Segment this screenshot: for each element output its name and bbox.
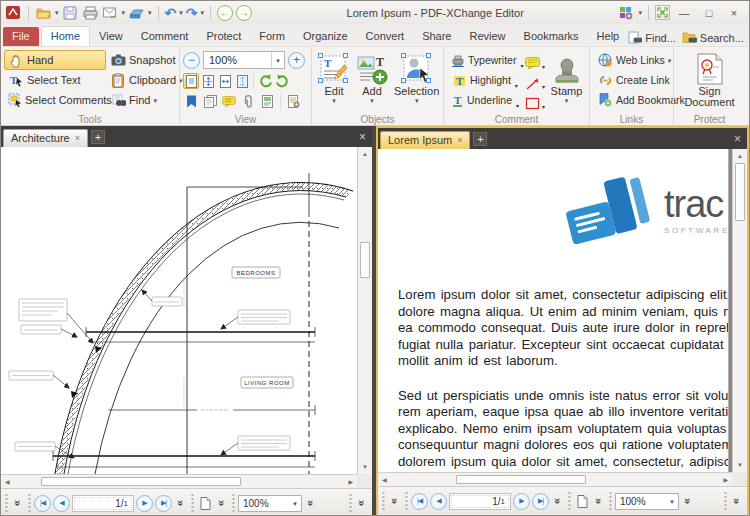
right-horizontal-scrollbar[interactable]: ◀ ▶ <box>378 472 732 486</box>
forward-button[interactable]: → <box>236 5 252 21</box>
stamp-button[interactable]: Stamp ▾ <box>547 50 586 112</box>
tab-file[interactable]: File <box>3 27 39 46</box>
redo-dropdown-icon[interactable]: ▾ <box>201 9 205 16</box>
tab-home[interactable]: Home <box>41 26 90 46</box>
toolbar-grip[interactable] <box>404 492 409 510</box>
toolbar-grip[interactable] <box>567 492 572 510</box>
clipboard-button[interactable]: Clipboard ▾ <box>106 70 187 90</box>
scroll-left-icon[interactable]: ◀ <box>5 479 10 485</box>
next-page-button[interactable]: ▶ <box>136 495 153 512</box>
toolbar-grip[interactable] <box>381 492 386 510</box>
toolbar-grip[interactable] <box>27 494 32 512</box>
select-text-button[interactable]: T Select Text <box>4 70 106 90</box>
toolbar-grip[interactable] <box>231 494 236 512</box>
page-layout-button[interactable] <box>197 495 213 511</box>
fit-page-button[interactable] <box>183 73 199 89</box>
snapshot-button[interactable]: Snapshot <box>106 50 187 70</box>
expand-toolbar-icon[interactable]: » <box>682 494 694 508</box>
tab-review[interactable]: Review <box>460 27 514 46</box>
page-layout-button[interactable] <box>574 493 590 509</box>
content-panel-icon[interactable] <box>259 94 275 110</box>
fullscreen-button[interactable] <box>655 5 670 20</box>
previous-page-button[interactable]: ◀ <box>430 493 447 510</box>
scroll-up-icon[interactable]: ▲ <box>362 151 368 157</box>
document-tab-lorem-ipsum[interactable]: Lorem Ipsum × <box>380 131 470 149</box>
scan-dropdown-icon[interactable]: ▾ <box>148 9 152 16</box>
customize-dropdown-icon[interactable]: ▾ <box>638 9 642 16</box>
tab-close-icon[interactable]: × <box>457 135 462 145</box>
email-dropdown-icon[interactable]: ▾ <box>122 9 126 16</box>
first-page-button[interactable]: |◀ <box>411 493 428 510</box>
typewriter-button[interactable]: Typewriter ▾ <box>447 50 523 70</box>
expand-toolbar-icon[interactable]: » <box>175 496 187 510</box>
rectangle-annotation-button[interactable]: ▾ <box>523 90 547 110</box>
last-page-button[interactable]: ▶| <box>532 493 549 510</box>
left-vscroll-thumb[interactable] <box>360 242 370 278</box>
highlight-button[interactable]: T Highlight ▾ <box>447 70 523 90</box>
close-button[interactable]: × <box>723 5 745 21</box>
search-button[interactable]: Search... <box>682 31 744 44</box>
undo-dropdown-icon[interactable]: ▾ <box>179 9 183 16</box>
tab-organize[interactable]: Organize <box>294 27 357 46</box>
expand-toolbar-icon[interactable]: » <box>305 496 317 510</box>
maximize-button[interactable]: □ <box>698 5 720 21</box>
print-button[interactable] <box>82 4 99 21</box>
tab-bookmarks[interactable]: Bookmarks <box>515 27 588 46</box>
right-vertical-scrollbar[interactable]: ▲ ▼ <box>732 149 747 472</box>
expand-toolbar-icon[interactable]: » <box>593 494 605 508</box>
minimize-button[interactable]: — <box>673 5 695 21</box>
new-tab-button[interactable]: + <box>91 130 105 144</box>
new-tab-button[interactable]: + <box>473 132 487 146</box>
zoom-out-button[interactable]: − <box>183 52 200 69</box>
page-number-input[interactable]: 1/1 <box>449 493 511 510</box>
last-page-button[interactable]: ▶| <box>155 495 172 512</box>
tab-comment[interactable]: Comment <box>132 27 198 46</box>
email-button[interactable] <box>102 4 119 21</box>
first-page-button[interactable]: |◀ <box>34 495 51 512</box>
left-horizontal-scrollbar[interactable]: ◀ ▶ <box>1 474 357 488</box>
rotate-cw-icon[interactable] <box>274 73 290 89</box>
toolbar-grip[interactable] <box>348 494 353 512</box>
sign-document-button[interactable]: Sign Document <box>681 50 739 112</box>
scan-button[interactable] <box>128 4 145 21</box>
thumbnails-panel-icon[interactable] <box>202 94 218 110</box>
tab-help[interactable]: Help <box>588 27 629 46</box>
page-number-input[interactable]: 1/1 <box>72 495 134 512</box>
expand-toolbar-icon[interactable]: » <box>356 496 368 510</box>
pane-close-button[interactable]: × <box>355 130 370 147</box>
tab-view[interactable]: View <box>90 27 132 46</box>
customize-ui-button[interactable] <box>618 4 635 21</box>
toolbar-grip[interactable] <box>608 492 613 510</box>
status-zoom-combo[interactable]: 100% ▾ <box>615 493 679 510</box>
rotate-ccw-icon[interactable] <box>257 73 273 89</box>
scroll-down-icon[interactable]: ▼ <box>362 464 368 470</box>
back-button[interactable]: ← <box>217 5 233 21</box>
add-objects-button[interactable]: T Add ▾ <box>353 50 391 112</box>
tab-share[interactable]: Share <box>413 27 460 46</box>
next-page-button[interactable]: ▶ <box>513 493 530 510</box>
previous-page-button[interactable]: ◀ <box>53 495 70 512</box>
expand-toolbar-icon[interactable]: » <box>731 494 743 508</box>
fit-width-button[interactable] <box>217 73 233 89</box>
undo-button[interactable]: ↶ <box>165 6 177 20</box>
expand-toolbar-icon[interactable]: » <box>552 494 564 508</box>
toolbar-grip[interactable] <box>4 494 9 512</box>
tab-form[interactable]: Form <box>250 27 294 46</box>
save-button[interactable] <box>62 4 79 21</box>
expand-toolbar-icon[interactable]: » <box>12 496 24 510</box>
edit-objects-button[interactable]: T Edit ▾ <box>315 50 353 112</box>
attachments-panel-icon[interactable] <box>240 94 256 110</box>
tab-protect[interactable]: Protect <box>197 27 250 46</box>
arrow-annotation-button[interactable]: ▾ <box>523 70 547 90</box>
right-vscroll-thumb[interactable] <box>735 163 745 221</box>
document-tab-architecture[interactable]: Architecture × <box>3 129 88 147</box>
comments-panel-icon[interactable] <box>221 94 237 110</box>
scroll-left-icon[interactable]: ◀ <box>382 477 387 483</box>
toolbar-grip[interactable] <box>190 494 195 512</box>
left-vertical-scrollbar[interactable]: ▲ ▼ <box>357 147 372 474</box>
find-tool-button[interactable]: Find ▾ <box>106 90 187 110</box>
scroll-down-icon[interactable]: ▼ <box>737 462 743 468</box>
lorem-ipsum-page[interactable]: trac SOFTWARE P Lorem ipsum dolor sit am… <box>378 149 729 472</box>
tab-convert[interactable]: Convert <box>357 27 414 46</box>
expand-toolbar-icon[interactable]: » <box>216 496 228 510</box>
